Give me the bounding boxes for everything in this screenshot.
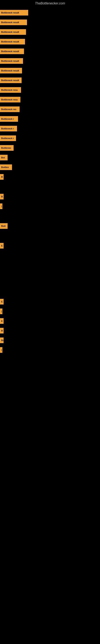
bar-label-9: Bottleneck resu (0, 87, 21, 93)
bar-label-18: B (0, 174, 3, 180)
bar-label-2: Bottleneck result (0, 20, 27, 25)
bar-label-4: Bottleneck result (0, 39, 25, 44)
bottleneck-bar-11[interactable]: Bottleneck res (0, 106, 100, 113)
bar-label-5: Bottleneck result (0, 48, 24, 54)
bar-label-7: Bottleneck result (0, 68, 22, 74)
site-title: TheBottlenecker.com (0, 0, 100, 7)
bottleneck-bar-3[interactable]: Bottleneck result (0, 28, 100, 36)
bottleneck-bar-10[interactable]: Bottleneck resu (0, 96, 100, 104)
bar-label-35: E (0, 299, 3, 304)
bar-label-17: Bottlen (0, 164, 12, 170)
bottleneck-bar-15[interactable]: Bottlenec (0, 144, 100, 152)
bottleneck-bar-39[interactable]: Bo (0, 336, 100, 344)
bar-label-20: B (0, 194, 3, 200)
bottleneck-bar-18[interactable]: B (0, 173, 100, 181)
bottleneck-bar-23[interactable]: Bott (0, 222, 100, 230)
bar-label-21: | (0, 204, 2, 209)
bar-label-8: Bottleneck result (0, 78, 22, 83)
bar-label-16: Bot (0, 155, 8, 160)
bottleneck-bar-21[interactable]: | (0, 202, 100, 210)
bar-label-40: | (0, 347, 2, 353)
bar-label-15: Bottlenec (0, 145, 14, 151)
bar-label-23: Bott (0, 223, 8, 229)
bottleneck-bar-38[interactable]: B (0, 327, 100, 334)
bottleneck-bar-20[interactable]: B (0, 193, 100, 200)
bottleneck-bar-1[interactable]: Bottleneck result (0, 9, 100, 16)
bar-label-38: B (0, 328, 3, 334)
bar-label-39: Bo (0, 338, 3, 343)
bar-label-6: Bottleneck result (0, 58, 23, 64)
bottleneck-bar-35[interactable]: E (0, 298, 100, 306)
bars-container: Bottleneck result Bottleneck result Bott… (0, 7, 100, 356)
bottleneck-bar-12[interactable]: Bottleneck r (0, 115, 100, 123)
bottleneck-bar-40[interactable]: | (0, 346, 100, 354)
bottleneck-bar-8[interactable]: Bottleneck result (0, 76, 100, 84)
bar-label-25: E (0, 243, 3, 248)
bottleneck-bar-2[interactable]: Bottleneck result (0, 18, 100, 26)
bar-label-11: Bottleneck res (0, 106, 20, 112)
bar-label-12: Bottleneck r (0, 116, 18, 122)
bar-label-14: Bottleneck r (0, 136, 16, 141)
bar-label-13: Bottleneck r (0, 126, 17, 132)
bottleneck-bar-36[interactable]: | (0, 308, 100, 315)
bottleneck-bar-17[interactable]: Bottlen (0, 164, 100, 171)
bar-label-3: Bottleneck result (0, 29, 26, 35)
bottleneck-bar-6[interactable]: Bottleneck result (0, 57, 100, 65)
bottleneck-bar-25[interactable]: E (0, 242, 100, 250)
bottleneck-bar-9[interactable]: Bottleneck resu (0, 86, 100, 94)
bottleneck-bar-13[interactable]: Bottleneck r (0, 125, 100, 132)
bottleneck-bar-7[interactable]: Bottleneck result (0, 67, 100, 74)
bar-label-37: E (0, 318, 3, 324)
bottleneck-bar-37[interactable]: E (0, 317, 100, 325)
bottleneck-bar-14[interactable]: Bottleneck r (0, 134, 100, 142)
bar-label-10: Bottleneck resu (0, 97, 20, 102)
bottleneck-bar-4[interactable]: Bottleneck result (0, 38, 100, 46)
bar-label-36: | (0, 308, 2, 314)
bar-label-1: Bottleneck result (0, 10, 28, 16)
bottleneck-bar-16[interactable]: Bot (0, 154, 100, 162)
bottleneck-bar-5[interactable]: Bottleneck result (0, 48, 100, 55)
